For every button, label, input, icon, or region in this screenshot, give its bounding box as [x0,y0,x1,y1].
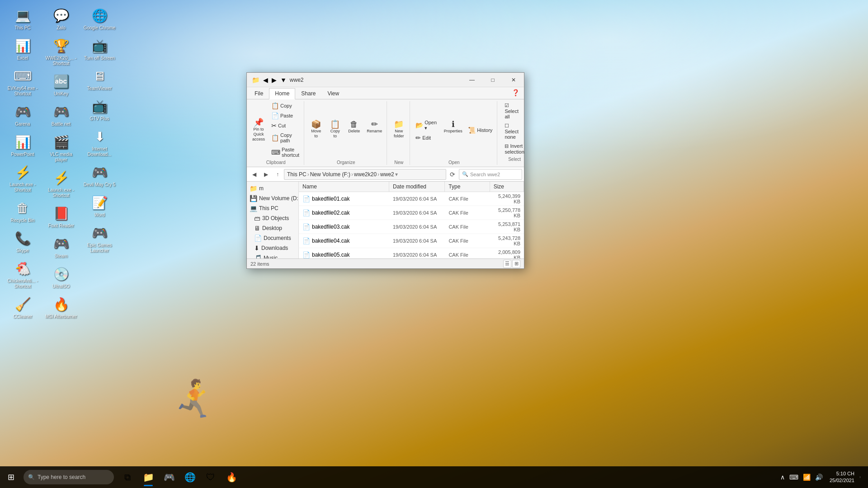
view-details-button[interactable]: ☰ [503,260,511,268]
desktop-icon-vlc-media[interactable]: 🎬 VLC media player [43,131,79,164]
invert-selection-button[interactable]: ⊟ Invert selection [502,142,527,156]
desktop-icon-skype[interactable]: 📞 Skype [5,227,41,255]
pin-to-quick-button[interactable]: 📌 Pin to Quickaccess [250,117,268,143]
desktop-icon-gtv-plus[interactable]: 📺 GTV Plus [81,95,118,123]
ribbon-help-icon[interactable]: ❓ [509,87,522,99]
desktop-icon-evkey64[interactable]: ⌨ EVKey64.exe - Shortcut [5,65,41,99]
path-segment-wwe2[interactable]: wwe2 [380,171,394,178]
desktop-icon-internet-download[interactable]: ⬇ Internet Download... [81,126,118,159]
desktop-icon-turn-off-screen[interactable]: 📺 Turn off Screen [81,35,118,63]
desktop-icon-launch-exe[interactable]: ⚡ Launch.exe - Shortcut [5,161,41,195]
copy-path-button[interactable]: 📋 Copy path [269,131,302,145]
taskbar-file-explorer[interactable]: 📁 [138,467,158,487]
title-dropdown-icon[interactable]: ▼ [279,75,288,84]
desktop-icon-foxit-reader[interactable]: 📕 Foxit Reader [43,202,79,230]
sidebar-item-new-volume-d[interactable]: 💾 New Volume (D: [247,193,298,203]
desktop-icon-word[interactable]: 📝 Word [81,192,118,220]
minimize-button[interactable]: — [462,73,482,87]
file-row[interactable]: 📄 bakedfile02.cak 19/03/2020 6:04 SA CAK… [299,206,524,220]
path-segment-wwe2k20[interactable]: wwe2k20 [354,171,377,178]
refresh-button[interactable]: ⟳ [447,169,458,180]
path-segment-thispc[interactable]: This PC [287,171,307,178]
desktop-icon-chicken-anti[interactable]: 🐔 ChickenAnti... - Shortcut [5,258,41,291]
desktop-icon-battlenet[interactable]: 🎮 Battle.net [43,101,79,129]
desktop-icon-zalo[interactable]: 💬 Zalo [43,5,79,33]
file-row[interactable]: 📄 bakedfile01.cak 19/03/2020 6:04 SA CAK… [299,192,524,206]
file-row[interactable]: 📄 bakedfile04.cak 19/03/2020 6:04 SA CAK… [299,234,524,248]
systray-keyboard[interactable]: ⌨ [788,473,800,482]
delete-button[interactable]: 🗑 Delete [345,119,363,141]
close-button[interactable]: ✕ [503,73,524,87]
tab-home[interactable]: Home [269,88,295,99]
history-button[interactable]: 📜 History [465,126,495,135]
move-to-button[interactable]: 📦 Moveto [307,119,325,141]
sidebar-item-3d-objects[interactable]: 🗃 3D Objects [247,213,298,223]
open-button[interactable]: 📂 Open ▾ [413,118,441,132]
sidebar-item-downloads[interactable]: ⬇ Downloads [247,243,298,253]
paste-button[interactable]: 📄 Paste [269,111,302,120]
nav-back-button[interactable]: ◀ [249,169,259,180]
view-large-icons-button[interactable]: ⊞ [512,260,520,268]
desktop-icon-unikey[interactable]: 🔤 UniKey [43,70,79,99]
desktop-icon-steam[interactable]: 🎮 Steam [43,233,79,261]
copy-button[interactable]: 📋 Copy [269,101,302,110]
desktop-icon-garena[interactable]: 🎮 Garena [5,101,41,129]
title-forward-icon[interactable]: ▶ [270,75,278,84]
taskbar-chrome[interactable]: 🌐 [180,467,200,487]
title-back-icon[interactable]: ◀ [262,75,269,84]
sidebar-item-m[interactable]: 📁 m [247,183,298,193]
desktop-icon-msi-afterburner[interactable]: 🔥 MSI Afterburner [43,293,79,321]
desktop-icon-powerpoint[interactable]: 📊 PowerPoint [5,131,41,159]
desktop-icon-launchexe2[interactable]: ⚡ Launch.exe - Shortcut [43,167,79,200]
desktop-icon-wwe2k20[interactable]: 🏆 WWE2K20_... - Shortcut [43,35,79,68]
address-path[interactable]: This PC › New Volume (F:) › wwe2k20 › ww… [284,169,446,180]
desktop-icon-recycle-bin[interactable]: 🗑 Recycle Bin [5,197,41,225]
desktop-icon-ccleaner[interactable]: 🧹 CCleaner [5,293,41,321]
search-box[interactable]: 🔍 Search wwe2 [459,169,522,180]
new-folder-button[interactable]: 📁 Newfolder [390,119,408,141]
select-all-button[interactable]: ☑ Select all [502,101,527,121]
desktop-icon-excel[interactable]: 📊 Excel [5,35,41,63]
cut-button[interactable]: ✂ Cut [269,121,302,130]
sidebar-item-documents[interactable]: 📄 Documents [247,233,298,243]
desktop-icon-google-chrome[interactable]: 🌐 Google Chrome [81,5,118,33]
paste-shortcut-button[interactable]: ⌨ Paste shortcut [269,145,302,159]
tab-view[interactable]: View [321,88,345,99]
desktop-icon-ultraiso[interactable]: 💿 UltraISO [43,263,79,291]
copy-to-button[interactable]: 📋 Copyto [326,119,344,141]
col-header-size[interactable]: Size [490,182,524,192]
systray-volume[interactable]: 🔊 [814,473,824,482]
taskbar-search[interactable]: 🔍 Type here to search [24,470,114,484]
maximize-button[interactable]: □ [482,73,503,87]
col-header-name[interactable]: Name [299,182,389,192]
tab-file[interactable]: File [249,88,269,99]
show-desktop-button[interactable] [860,476,864,478]
systray-network[interactable]: 📶 [802,473,812,482]
sidebar-item-music[interactable]: 🎵 Music [247,253,298,258]
taskbar-mcafee[interactable]: 🛡 [201,467,221,487]
file-row[interactable]: 📄 bakedfile03.cak 19/03/2020 6:04 SA CAK… [299,220,524,234]
rename-button[interactable]: ✏ Rename [364,119,385,141]
taskbar-gamefire[interactable]: 🔥 [222,467,241,487]
desktop-icon-this-pc[interactable]: 💻 This PC [5,5,41,33]
systray-icons-arrow[interactable]: ∧ [779,473,786,482]
tab-share[interactable]: Share [295,88,321,99]
properties-button[interactable]: ℹ Properties [442,119,465,141]
sidebar-item-this-pc[interactable]: 💻 This PC [247,203,298,213]
col-header-type[interactable]: Type [445,182,490,192]
taskbar-task-view[interactable]: ⧉ [118,467,137,487]
start-button[interactable]: ⊞ [0,466,22,488]
edit-button[interactable]: ✏ Edit [413,133,441,142]
desktop-icon-teamviewer[interactable]: 🖥 TeamViewer [81,65,118,93]
desktop-icon-epic-games[interactable]: 🎮 Epic Games Launcher [81,222,118,255]
desktop-icon-devil-may-cry[interactable]: 🎮 Devil May Cry 5 [81,161,118,189]
title-folder-icon[interactable]: 📁 [250,75,261,84]
file-row[interactable]: 📄 bakedfile05.cak 19/03/2020 6:04 SA CAK… [299,248,524,258]
nav-forward-button[interactable]: ▶ [260,169,271,180]
path-segment-newvolume[interactable]: New Volume (F:) [310,171,350,178]
taskbar-xbox[interactable]: 🎮 [159,467,179,487]
col-header-date[interactable]: Date modified [389,182,445,192]
sidebar-item-desktop[interactable]: 🖥 Desktop [247,223,298,233]
nav-up-button[interactable]: ↑ [272,169,283,180]
taskbar-clock[interactable]: 5:10 CH 25/02/2021 [826,470,858,484]
